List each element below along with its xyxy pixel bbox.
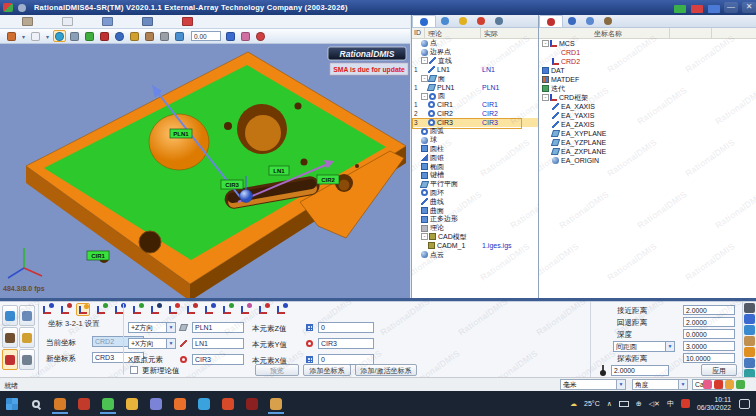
vt-gear[interactable] (744, 347, 755, 357)
taskbar-explorer[interactable] (120, 393, 144, 414)
tray-chevron-icon[interactable]: ∧ (607, 400, 612, 408)
status-indicator-icon-3[interactable] (736, 380, 745, 389)
titlebar-tool-icon-0[interactable] (674, 5, 686, 13)
probe-param-field[interactable]: 2.0000 (683, 317, 735, 327)
coordinate-row[interactable]: EA_XAXIS (539, 102, 756, 111)
close-button[interactable]: ✕ (742, 2, 756, 13)
plane-cross-button[interactable] (224, 30, 237, 42)
marquee-select-button[interactable] (68, 30, 81, 42)
shaded-view-button[interactable] (83, 30, 96, 42)
probe-param-field[interactable]: 10.0000 (683, 353, 735, 363)
taskbar-app-dark-red[interactable] (240, 393, 264, 414)
tree-collapse-toggle[interactable]: - (542, 40, 549, 47)
titlebar-tool-icon-1[interactable] (691, 5, 703, 13)
update-theory-checkbox[interactable] (130, 366, 138, 374)
volume-muted-icon[interactable]: ◁✕ (649, 400, 660, 408)
render-mode-button[interactable] (128, 30, 141, 42)
tree-collapse-toggle[interactable]: - (421, 57, 428, 64)
axis-value-field[interactable]: 0 (318, 322, 374, 333)
taskbar-wechat[interactable] (96, 393, 120, 414)
weather-icon[interactable]: ☁ (570, 400, 577, 408)
tree-collapse-toggle[interactable]: - (542, 94, 549, 101)
cylinder-button[interactable] (158, 30, 171, 42)
coordinate-row[interactable]: DAT (539, 66, 756, 75)
coordinate-row[interactable]: CRD2 (539, 57, 756, 66)
probe-tool-button[interactable] (143, 30, 156, 42)
temperature-readout[interactable]: 25°C (584, 400, 600, 407)
element-field[interactable]: PLN1 (192, 322, 244, 333)
tab-features[interactable] (412, 15, 436, 27)
coord-machine[interactable] (274, 303, 288, 316)
coordinate-row[interactable]: CRD1 (539, 48, 756, 57)
angle-dropdown[interactable]: 角度▼ (632, 379, 688, 390)
tree-collapse-toggle[interactable]: - (421, 233, 428, 240)
feature-row[interactable]: 点云 (412, 250, 538, 259)
coord-cube-dark[interactable] (148, 303, 162, 316)
label-cir1[interactable]: CIR1 (87, 251, 109, 260)
viewport-canvas[interactable]: PLN1 CIR3 LN1 CIR2 CIR1 (0, 44, 410, 298)
col-coord-name[interactable]: 坐标名称 (594, 29, 622, 39)
dome-boss[interactable] (149, 114, 209, 170)
coord-circle-dashed[interactable] (256, 303, 270, 316)
notification-center-icon[interactable] (739, 399, 750, 409)
tab-coords[interactable] (539, 15, 563, 27)
taskbar-security[interactable] (72, 393, 96, 414)
label-cir2[interactable]: CIR2 (317, 175, 339, 184)
coordinate-row[interactable]: -CRD框架 (539, 93, 756, 102)
feature-row[interactable]: -面 (412, 74, 538, 83)
cursor-dropdown[interactable]: ▾ (44, 30, 51, 42)
ribbon-palette-tab[interactable] (174, 15, 200, 28)
feature-row[interactable]: -CAD模型 (412, 233, 538, 242)
feature-row[interactable]: 1LN1LN1 (412, 65, 538, 74)
ribbon-print-tab[interactable] (14, 15, 40, 28)
coord-circle-points[interactable] (166, 303, 180, 316)
tab-coord-doc[interactable] (563, 15, 581, 27)
vt-probe-blue[interactable] (744, 314, 755, 324)
direction-dropdown[interactable]: +Z方向▼ (128, 322, 176, 333)
probe-param-field[interactable]: 2.0000 (683, 305, 735, 315)
start-button[interactable] (0, 393, 24, 414)
add-coord-button[interactable]: 添加坐标系 (303, 364, 351, 376)
col-actual[interactable]: 实际 (484, 29, 498, 39)
taskbar-telegram[interactable] (192, 393, 216, 414)
tab-monitor[interactable] (490, 15, 508, 27)
tab-coord-grid[interactable] (581, 15, 599, 27)
clearance-dropdown[interactable]: 间距圆▼ (613, 341, 675, 352)
probe-param-field[interactable]: 3.0000 (683, 341, 735, 351)
element-field[interactable]: CIR3 (192, 354, 244, 365)
coordinate-row[interactable]: EA_XYPLANE (539, 129, 756, 138)
coord-axis-rotate[interactable] (58, 303, 72, 316)
label-ln1[interactable]: LN1 (269, 166, 289, 175)
add-activate-coord-button[interactable]: 添加/激活坐标系 (355, 364, 417, 376)
update-alert-banner[interactable]: SMA is due for update (330, 63, 408, 75)
coord-321-setup[interactable] (76, 303, 90, 316)
coord-bestfit[interactable] (94, 303, 108, 316)
vt-zoom[interactable] (744, 325, 755, 335)
label-pln1[interactable]: PLN1 (170, 129, 192, 138)
coord-frame[interactable] (202, 303, 216, 316)
element-field[interactable]: LN1 (192, 338, 244, 349)
col-id[interactable]: ID (414, 29, 421, 36)
taskbar-app-red-ball[interactable] (216, 393, 240, 414)
feature-row[interactable]: 2CIR2CIR2 (412, 109, 538, 118)
coordinate-row[interactable]: -MCS (539, 39, 756, 48)
axis-display-button[interactable] (98, 30, 111, 42)
coordinate-row[interactable]: EA_ORIGIN (539, 156, 756, 165)
status-indicator-icon-0[interactable] (703, 380, 712, 389)
coord-cube-green[interactable] (220, 303, 234, 316)
ime-indicator[interactable]: 中 (667, 399, 674, 409)
network-globe-icon[interactable]: ⊕ (636, 400, 642, 408)
direction-dropdown[interactable]: +X方向▼ (128, 338, 176, 349)
status-indicator-icon-2[interactable] (725, 380, 734, 389)
scale-input[interactable] (191, 31, 221, 41)
select-cursor-button[interactable] (29, 30, 42, 42)
tab-filter-red[interactable] (472, 15, 490, 27)
taskbar-rationaldmis[interactable] (264, 393, 288, 414)
coord-axis-basic[interactable] (40, 303, 54, 316)
feature-row[interactable]: 1PLN1PLN1 (412, 83, 538, 92)
tab-filter-yellow[interactable] (454, 15, 472, 27)
feature-row[interactable]: -直线 (412, 57, 538, 66)
paint-button[interactable] (173, 30, 186, 42)
status-indicator-icon-1[interactable] (714, 380, 723, 389)
battery-icon[interactable] (619, 401, 629, 407)
